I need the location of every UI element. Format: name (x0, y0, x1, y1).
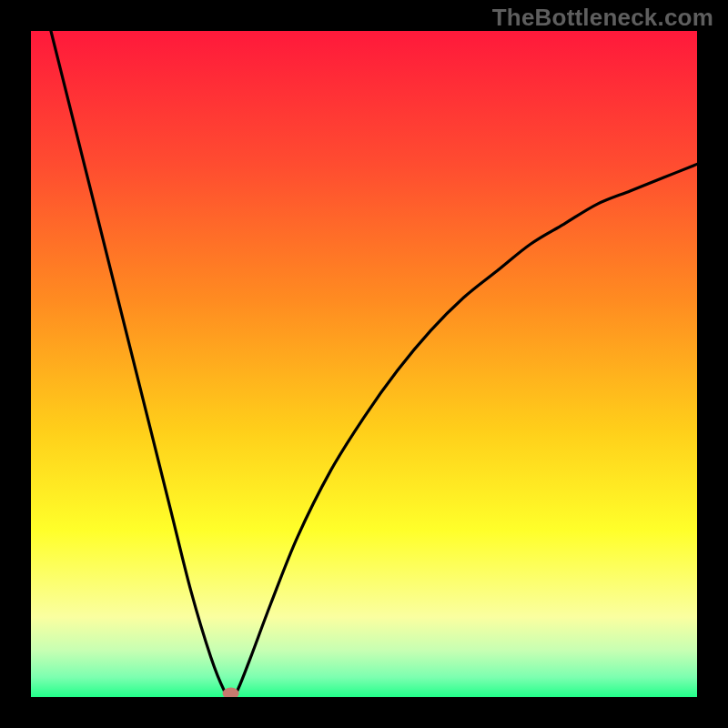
chart-frame: TheBottleneck.com (0, 0, 728, 728)
plot-area (31, 31, 697, 697)
chart-canvas (31, 31, 697, 697)
watermark-label: TheBottleneck.com (492, 4, 713, 32)
gradient-background (31, 31, 697, 697)
